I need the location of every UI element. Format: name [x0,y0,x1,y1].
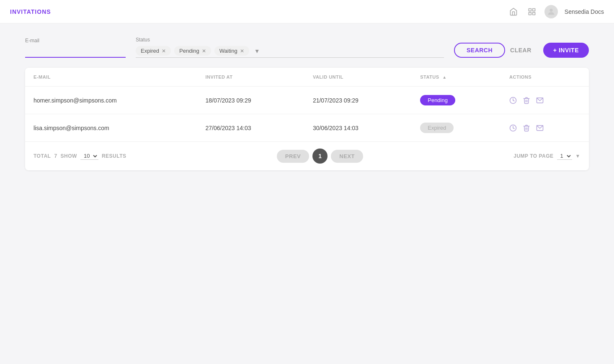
email-filter-group: E-mail [25,38,126,58]
tag-waiting-remove[interactable]: ✕ [240,48,244,54]
current-page[interactable]: 1 [312,149,328,164]
filter-actions: SEARCH CLEAR [454,43,533,58]
row1-delete-icon[interactable] [523,97,530,104]
show-label: SHOW [61,153,77,159]
row2-clock-icon[interactable] [509,124,517,132]
status-tags-wrapper: Expired ✕ Pending ✕ Waiting ✕ ▼ [136,44,444,58]
row1-status: Pending [412,87,501,114]
svg-rect-0 [529,8,531,11]
svg-rect-2 [532,12,535,15]
svg-rect-1 [532,8,535,11]
avatar[interactable] [544,5,558,18]
table-header: E-MAIL INVITED AT VALID UNTIL STATUS ▲ A… [25,68,589,87]
tag-expired-label: Expired [141,48,159,54]
user-name: Sensedia Docs [565,8,604,15]
jump-select[interactable]: 1 [557,152,572,160]
grid-icon[interactable] [526,6,538,18]
row1-email-icon[interactable] [536,97,544,104]
status-label: Status [136,37,444,43]
col-valid-until: VALID UNTIL [304,68,412,87]
row1-valid-until: 21/07/2023 09:29 [304,87,412,114]
top-navigation: INVITATIONS Sensedia Docs [0,0,614,23]
row2-email: lisa.simpson@simpsons.com [25,114,197,142]
row2-delete-icon[interactable] [523,124,530,132]
table-body: homer.simpson@simpsons.com 18/07/2023 09… [25,87,589,142]
col-actions: ACTIONS [501,68,589,87]
svg-rect-3 [529,12,531,15]
row2-status: Expired [412,114,501,142]
total-value: 7 [54,153,57,159]
pagination-bar: TOTAL 7 SHOW 10 20 50 RESULTS PREV 1 NEX… [25,141,589,170]
results-label: RESULTS [102,153,126,159]
search-button[interactable]: SEARCH [454,43,505,58]
row2-valid-until: 30/06/2023 14:03 [304,114,412,142]
next-button[interactable]: NEXT [331,150,363,163]
jump-to-page: JUMP TO PAGE 1 ▼ [513,152,580,160]
col-email: E-MAIL [25,68,197,87]
invitations-table: E-MAIL INVITED AT VALID UNTIL STATUS ▲ A… [25,68,589,141]
table-row: lisa.simpson@simpsons.com 27/06/2023 14:… [25,114,589,142]
row1-email: homer.simpson@simpsons.com [25,87,197,114]
col-invited-at: INVITED AT [197,68,304,87]
row2-actions [501,114,589,142]
tag-expired-remove[interactable]: ✕ [162,48,166,54]
tag-pending-label: Pending [179,48,199,54]
email-input[interactable] [25,45,126,58]
table-row: homer.simpson@simpsons.com 18/07/2023 09… [25,87,589,114]
app-title: INVITATIONS [10,8,51,15]
row1-clock-icon[interactable] [509,97,517,104]
jump-chevron-icon: ▼ [575,153,580,159]
row2-actions-cell [509,124,580,132]
invite-button[interactable]: + INVITE [543,43,589,58]
svg-point-4 [550,8,552,11]
tag-waiting-label: Waiting [219,48,237,54]
main-content: E-mail Status Expired ✕ Pending ✕ Waitin… [0,23,614,184]
row1-actions-cell [509,97,580,104]
table-card: E-MAIL INVITED AT VALID UNTIL STATUS ▲ A… [25,68,589,170]
total-label: TOTAL [34,153,51,159]
home-icon[interactable] [508,6,519,18]
tag-waiting: Waiting ✕ [214,46,249,56]
tag-pending: Pending ✕ [174,46,211,56]
col-status[interactable]: STATUS ▲ [412,68,501,87]
show-select[interactable]: 10 20 50 [80,152,98,160]
status-filter-group: Status Expired ✕ Pending ✕ Waiting ✕ ▼ [136,37,444,58]
row1-actions [501,87,589,114]
prev-button[interactable]: PREV [277,150,309,163]
jump-label: JUMP TO PAGE [513,153,553,159]
row1-invited-at: 18/07/2023 09:29 [197,87,304,114]
status-dropdown-arrow[interactable]: ▼ [254,48,260,54]
status-sort-icon: ▲ [442,75,446,79]
filter-bar: E-mail Status Expired ✕ Pending ✕ Waitin… [25,37,589,58]
row2-email-icon[interactable] [536,124,544,132]
row2-invited-at: 27/06/2023 14:03 [197,114,304,142]
nav-right: Sensedia Docs [508,5,604,18]
pagination-info: TOTAL 7 SHOW 10 20 50 RESULTS [34,152,126,160]
tag-pending-remove[interactable]: ✕ [202,48,206,54]
status-badge-pending: Pending [420,95,455,105]
status-badge-expired: Expired [420,123,454,133]
clear-button[interactable]: CLEAR [508,44,533,57]
pagination-controls: PREV 1 NEXT [277,149,363,164]
nav-left: INVITATIONS [10,8,51,15]
email-label: E-mail [25,38,126,44]
tag-expired: Expired ✕ [136,46,171,56]
